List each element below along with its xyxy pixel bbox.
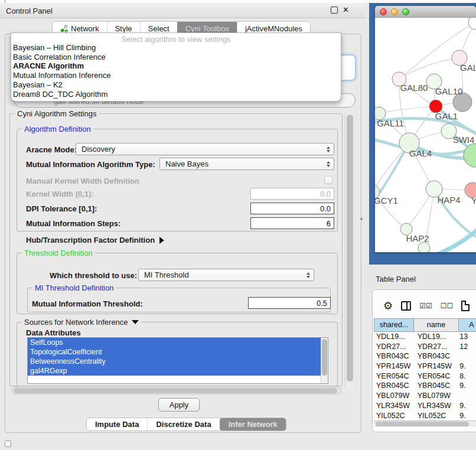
- network-node-label: GAL1: [435, 111, 458, 121]
- network-edge[interactable]: [379, 106, 436, 113]
- table-cell: YLR345W: [374, 401, 413, 411]
- settings-vertical-scrollbar[interactable]: [345, 112, 354, 389]
- table-row[interactable]: YER054CYER054C8.: [374, 371, 476, 381]
- application-window: Control Panel ✕ NetworkStyleSelectCyni T…: [0, 0, 476, 450]
- settings-horizontal-scrollbar[interactable]: [12, 387, 341, 394]
- data-attribute-item[interactable]: gal4RGexp: [28, 366, 328, 376]
- table-cell: 9.: [456, 411, 476, 421]
- network-node-label: Y: [471, 195, 476, 206]
- table-panel-title: Table Panel: [376, 275, 416, 283]
- algorithm-menu-item[interactable]: ARACNE Algorithm: [11, 61, 341, 71]
- table-cell: YBR043C: [374, 351, 413, 361]
- which-threshold-combo[interactable]: MI Threshold: [138, 269, 314, 281]
- algorithm-dropdown-popup: Select algorithm to view settings Bayesi…: [11, 32, 341, 102]
- table-cell: YPR145W: [374, 361, 413, 371]
- table-row[interactable]: YPR145WYPR145W9.: [374, 361, 476, 371]
- mi-type-combo[interactable]: Naive Bayes: [159, 158, 334, 170]
- data-attribute-item[interactable]: SelfLoops: [28, 338, 328, 347]
- network-node-label: GAL4: [409, 148, 432, 158]
- cyni-bottom-tabbar: Impute DataDiscretize DataInfer Network: [86, 418, 286, 431]
- mi-steps-label: Mutual Information Steps:: [26, 219, 120, 228]
- hub-definition-expander[interactable]: Hub/Transcription Factor Definition: [26, 236, 164, 244]
- table-cell: YBL079W: [374, 391, 413, 401]
- table-row[interactable]: YDL19...YDL19...13: [374, 332, 476, 342]
- mi-type-label: Mutual Information Algorithm Type:: [26, 160, 155, 169]
- manual-kernel-label: Manual Kernel Width Definition: [26, 177, 139, 185]
- mi-type-value: Naive Bayes: [165, 159, 208, 168]
- manual-kernel-checkbox[interactable]: [324, 176, 332, 184]
- data-attribute-item[interactable]: TopologicalCoefficient: [28, 347, 328, 357]
- column-header-name[interactable]: name: [414, 318, 459, 332]
- table-row[interactable]: YDR27...YDR27...12: [374, 342, 476, 352]
- file-icon[interactable]: [461, 301, 470, 311]
- select-all-columns-icon[interactable]: ☑☑: [419, 302, 432, 310]
- docked-panel-icon[interactable]: [5, 441, 11, 447]
- table-horizontal-scrollbar[interactable]: [374, 420, 476, 427]
- aracne-mode-value: Discovery: [81, 145, 115, 154]
- bottom-tab-discretize-data[interactable]: Discretize Data: [147, 418, 219, 431]
- data-attribute-item[interactable]: BetweennessCentrality: [28, 357, 328, 366]
- network-node-label: GAL80: [400, 83, 428, 93]
- column-header-a[interactable]: A: [459, 318, 476, 332]
- table-cell: YDL19...: [374, 332, 413, 342]
- float-panel-icon[interactable]: [331, 6, 338, 14]
- mi-threshold-label: Mutual Information Threshold:: [32, 299, 143, 308]
- close-panel-icon[interactable]: ✕: [343, 5, 349, 14]
- column-header-shared-[interactable]: shared...: [374, 318, 414, 332]
- network-node[interactable]: [468, 18, 476, 30]
- which-threshold-value: MI Threshold: [144, 270, 189, 279]
- kernel-width-label: Kernel Width (0,1):: [26, 190, 94, 198]
- algorithm-menu-item[interactable]: Bayesian – K2: [11, 80, 341, 90]
- algorithm-menu-item[interactable]: Basic Correlation Inference: [11, 53, 341, 62]
- control-panel-title: Control Panel: [6, 6, 53, 15]
- network-icon: [60, 25, 68, 32]
- algorithm-menu-item[interactable]: Dream8 DC_TDC Algorithm: [11, 90, 341, 99]
- network-node[interactable]: [418, 242, 430, 252]
- tab-label: Select: [148, 24, 169, 33]
- close-window-icon[interactable]: [380, 8, 387, 15]
- network-window[interactable]: GALGAL80GAL10GAL1GAL11SWI4GAL4GCY1HAP4YH…: [375, 6, 476, 252]
- aracne-mode-combo[interactable]: Discovery: [76, 143, 334, 155]
- network-node-label: SWI4: [453, 135, 475, 145]
- maximize-window-icon[interactable]: [402, 8, 409, 15]
- table-row[interactable]: YBR045CYBR045C9.: [374, 381, 476, 391]
- gear-icon[interactable]: ⚙: [383, 301, 393, 311]
- bottom-tab-infer-network[interactable]: Infer Network: [220, 418, 286, 431]
- data-attributes-list[interactable]: SelfLoopsTopologicalCoefficientBetweenne…: [27, 337, 328, 384]
- algorithm-menu-item[interactable]: Mutual Information Inference: [11, 71, 341, 80]
- table-row[interactable]: YBR043CYBR043C: [374, 351, 476, 361]
- table-row[interactable]: YIL052CYIL052C9.: [374, 411, 476, 421]
- table-row[interactable]: YBL079WYBL079W: [374, 391, 476, 401]
- mi-threshold-field[interactable]: 0.5: [248, 297, 331, 309]
- attributes-scrollbar[interactable]: [321, 338, 328, 383]
- sources-group-title[interactable]: Sources for Network Inference: [22, 318, 141, 327]
- network-view-panel: GALGAL80GAL10GAL1GAL11SWI4GAL4GCY1HAP4YH…: [369, 3, 476, 267]
- columns-icon[interactable]: [401, 301, 411, 311]
- collapse-down-icon: [132, 320, 139, 324]
- spinner-arrows-icon: [327, 158, 330, 169]
- apply-button[interactable]: Apply: [158, 398, 200, 412]
- table-cell: 13: [456, 332, 476, 342]
- tab-label: Style: [115, 24, 132, 33]
- split-pane-handle-icon[interactable]: ◂: [360, 216, 363, 221]
- algorithm-dropdown-placeholder: Select algorithm to view settings: [11, 33, 341, 43]
- table-panel: ⚙ ☑☑ ☐☐ shared...nameA YDL19...YDL19...1…: [372, 289, 476, 432]
- table-cell: 9.: [456, 361, 476, 371]
- deselect-all-columns-icon[interactable]: ☐☐: [441, 302, 454, 310]
- algorithm-menu-item[interactable]: Bayesian – Hill Climbing: [11, 43, 341, 53]
- bottom-tab-impute-data[interactable]: Impute Data: [87, 418, 147, 431]
- mi-steps-field[interactable]: 6: [250, 217, 334, 229]
- minimize-window-icon[interactable]: [391, 8, 398, 15]
- network-canvas[interactable]: GALGAL80GAL10GAL1GAL11SWI4GAL4GCY1HAP4YH…: [375, 18, 476, 252]
- dpi-tolerance-field[interactable]: 0.0: [250, 203, 334, 214]
- network-node-label: HAP4: [437, 195, 460, 205]
- network-graph[interactable]: GALGAL80GAL10GAL1GAL11SWI4GAL4GCY1HAP4YH…: [375, 18, 476, 252]
- kernel-width-field[interactable]: 0.0: [250, 188, 334, 200]
- table-cell: YBL079W: [413, 391, 457, 401]
- table-cell: YBR045C: [374, 381, 413, 391]
- table-panel-titlebar: Table Panel: [365, 265, 476, 288]
- aracne-mode-label: Aracne Mode:: [26, 145, 77, 154]
- network-node[interactable]: [464, 144, 476, 167]
- table-row[interactable]: YLR345WYLR345W9.: [374, 401, 476, 411]
- table-cell: YBR045C: [413, 381, 457, 391]
